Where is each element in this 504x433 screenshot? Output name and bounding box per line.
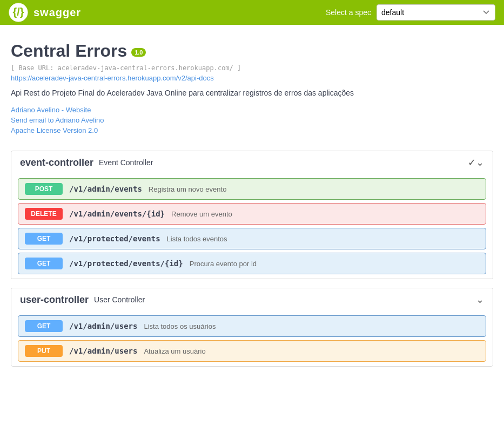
- method-badge-get-2: GET: [25, 258, 63, 269]
- controller-section-event: event-controller Event Controller ✓⌄ POS…: [11, 151, 493, 279]
- op-summary-put-users: Atualiza um usuário: [144, 347, 205, 355]
- op-path-put-users: /v1/admin/users: [69, 347, 137, 355]
- method-badge-put-users: PUT: [25, 345, 63, 357]
- info-link-website[interactable]: Adriano Avelino - Website: [11, 106, 493, 114]
- main-content: Central Errors 1.0 [ Base URL: acelerade…: [0, 25, 504, 386]
- controller-name-event: event-controller: [20, 157, 93, 168]
- svg-text:{/}: {/}: [13, 6, 24, 18]
- select-spec-label: Select a spec: [326, 8, 371, 17]
- method-badge-get-1: GET: [25, 233, 63, 245]
- header-right: Select a spec default: [326, 4, 495, 21]
- info-link-license[interactable]: Apache License Version 2.0: [11, 126, 493, 134]
- op-path-get-users: /v1/admin/users: [69, 322, 137, 330]
- op-row-delete-events[interactable]: DELETE /v1/admin/events/{id} Remove um e…: [18, 203, 486, 225]
- op-row-get-events-id[interactable]: GET /v1/protected/events/{id} Procura ev…: [18, 253, 486, 274]
- controller-header-user[interactable]: user-controller User Controller ⌄: [11, 288, 493, 311]
- op-row-put-users[interactable]: PUT /v1/admin/users Atualiza um usuário: [18, 340, 486, 362]
- controller-title-group-event: event-controller Event Controller: [20, 157, 153, 168]
- controller-desc-user: User Controller: [94, 295, 145, 304]
- controller-name-user: user-controller: [20, 294, 89, 306]
- op-path-get-events-id: /v1/protected/events/{id}: [69, 259, 183, 268]
- method-badge-get-users: GET: [25, 320, 63, 332]
- op-path-get-events: /v1/protected/events: [69, 234, 160, 243]
- app-title: swagger: [33, 6, 81, 19]
- info-links: Adriano Avelino - Website Send email to …: [11, 106, 493, 134]
- op-summary-get-events: Lista todos eventos: [167, 235, 227, 243]
- chevron-down-icon-event: ✓⌄: [468, 157, 484, 168]
- controller-header-event[interactable]: event-controller Event Controller ✓⌄: [11, 151, 493, 174]
- info-link-email[interactable]: Send email to Adriano Avelino: [11, 116, 493, 124]
- method-badge-post: POST: [25, 183, 63, 195]
- op-summary-post-events: Registra um novo evento: [149, 185, 227, 193]
- api-docs-link[interactable]: https://aceleradev-java-central-errors.h…: [11, 74, 493, 82]
- header: {/} swagger Select a spec default: [0, 0, 504, 25]
- controller-title-group-user: user-controller User Controller: [20, 294, 145, 306]
- op-path-delete-events: /v1/admin/events/{id}: [69, 209, 165, 218]
- op-summary-get-events-id: Procura evento por id: [190, 260, 257, 268]
- chevron-down-icon-user: ⌄: [476, 294, 484, 306]
- base-url: [ Base URL: aceleradev-java-central-erro…: [11, 64, 493, 72]
- op-row-get-users[interactable]: GET /v1/admin/users Lista todos os usuár…: [18, 315, 486, 337]
- controller-body-user: GET /v1/admin/users Lista todos os usuár…: [11, 311, 493, 366]
- spec-select[interactable]: default: [377, 4, 495, 21]
- op-summary-delete-events: Remove um evento: [171, 210, 232, 218]
- api-description: Api Rest do Projeto Final do Aceleradev …: [11, 89, 493, 97]
- op-row-post-events[interactable]: POST /v1/admin/events Registra um novo e…: [18, 178, 486, 200]
- header-left: {/} swagger: [9, 3, 81, 22]
- controller-body-event: POST /v1/admin/events Registra um novo e…: [11, 174, 493, 279]
- api-title-row: Central Errors 1.0: [11, 41, 493, 61]
- version-badge: 1.0: [131, 48, 146, 57]
- controller-desc-event: Event Controller: [99, 158, 153, 167]
- controller-section-user: user-controller User Controller ⌄ GET /v…: [11, 288, 493, 367]
- op-row-get-events[interactable]: GET /v1/protected/events Lista todos eve…: [18, 228, 486, 249]
- method-badge-delete: DELETE: [25, 208, 63, 220]
- op-summary-get-users: Lista todos os usuários: [144, 322, 216, 330]
- swagger-logo-icon: {/}: [9, 3, 28, 22]
- api-title: Central Errors: [11, 41, 127, 61]
- op-path-post-events: /v1/admin/events: [69, 185, 142, 193]
